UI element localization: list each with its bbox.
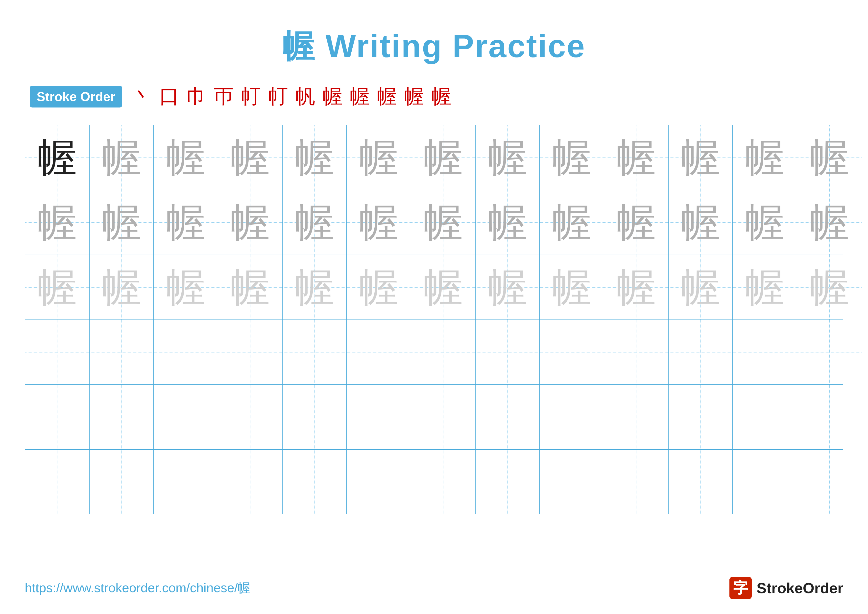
cell-3-2[interactable]: 幄	[90, 255, 154, 320]
footer-url: https://www.strokeorder.com/chinese/幄	[25, 579, 251, 597]
cell-2-13[interactable]: 幄	[797, 190, 862, 255]
grid-row-3: 幄 幄 幄 幄 幄 幄 幄 幄 幄 幄 幄 幄 幄	[25, 255, 843, 320]
cell-1-2[interactable]: 幄	[90, 125, 154, 190]
stroke-sequence: 丶 口 巾 帀 帄 帄 帆 幄 幄 幄 幄 幄	[132, 83, 451, 110]
cell-1-5[interactable]: 幄	[282, 125, 347, 190]
cell-6-9[interactable]	[540, 450, 604, 514]
cell-4-13[interactable]	[797, 320, 862, 384]
page-title: 幄 Writing Practice	[282, 25, 586, 68]
cell-2-6[interactable]: 幄	[347, 190, 411, 255]
cell-1-11[interactable]: 幄	[668, 125, 733, 190]
cell-6-8[interactable]	[476, 450, 540, 514]
cell-2-3[interactable]: 幄	[154, 190, 218, 255]
cell-4-4[interactable]	[218, 320, 282, 384]
cell-5-3[interactable]	[154, 385, 218, 449]
cell-2-8[interactable]: 幄	[476, 190, 540, 255]
cell-6-12[interactable]	[733, 450, 797, 514]
cell-4-8[interactable]	[476, 320, 540, 384]
cell-4-9[interactable]	[540, 320, 604, 384]
cell-2-9[interactable]: 幄	[540, 190, 604, 255]
cell-4-3[interactable]	[154, 320, 218, 384]
cell-6-5[interactable]	[282, 450, 347, 514]
cell-6-1[interactable]	[25, 450, 90, 514]
cell-3-8[interactable]: 幄	[476, 255, 540, 320]
cell-1-7[interactable]: 幄	[411, 125, 476, 190]
cell-1-8[interactable]: 幄	[476, 125, 540, 190]
stroke-7: 帆	[295, 83, 315, 110]
cell-6-2[interactable]	[90, 450, 154, 514]
footer: https://www.strokeorder.com/chinese/幄 字 …	[25, 577, 843, 599]
cell-3-13[interactable]: 幄	[797, 255, 862, 320]
cell-5-2[interactable]	[90, 385, 154, 449]
cell-6-10[interactable]	[604, 450, 668, 514]
cell-4-1[interactable]	[25, 320, 90, 384]
cell-2-7[interactable]: 幄	[411, 190, 476, 255]
cell-2-10[interactable]: 幄	[604, 190, 668, 255]
page: 幄 Writing Practice Stroke Order 丶 口 巾 帀 …	[0, 0, 868, 614]
cell-6-7[interactable]	[411, 450, 476, 514]
cell-2-5[interactable]: 幄	[282, 190, 347, 255]
cell-3-11[interactable]: 幄	[668, 255, 733, 320]
cell-3-3[interactable]: 幄	[154, 255, 218, 320]
cell-1-6[interactable]: 幄	[347, 125, 411, 190]
cell-6-3[interactable]	[154, 450, 218, 514]
cell-6-6[interactable]	[347, 450, 411, 514]
stroke-8: 幄	[322, 83, 343, 110]
cell-3-1[interactable]: 幄	[25, 255, 90, 320]
footer-logo: 字 StrokeOrder	[729, 577, 843, 599]
cell-1-9[interactable]: 幄	[540, 125, 604, 190]
cell-3-12[interactable]: 幄	[733, 255, 797, 320]
grid-row-6	[25, 450, 843, 514]
cell-4-12[interactable]	[733, 320, 797, 384]
grid-row-4	[25, 320, 843, 385]
cell-1-1[interactable]: 幄	[25, 125, 90, 190]
cell-5-13[interactable]	[797, 385, 862, 449]
cell-3-7[interactable]: 幄	[411, 255, 476, 320]
cell-1-10[interactable]: 幄	[604, 125, 668, 190]
cell-2-11[interactable]: 幄	[668, 190, 733, 255]
cell-1-4[interactable]: 幄	[218, 125, 282, 190]
cell-5-1[interactable]	[25, 385, 90, 449]
cell-5-12[interactable]	[733, 385, 797, 449]
cell-4-6[interactable]	[347, 320, 411, 384]
cell-3-4[interactable]: 幄	[218, 255, 282, 320]
cell-6-4[interactable]	[218, 450, 282, 514]
grid-row-1: 幄 幄 幄 幄 幄 幄 幄 幄 幄 幄 幄 幄 幄	[25, 125, 843, 190]
stroke-3: 巾	[186, 83, 206, 110]
cell-5-10[interactable]	[604, 385, 668, 449]
stroke-order-row: Stroke Order 丶 口 巾 帀 帄 帄 帆 幄 幄 幄 幄 幄	[25, 83, 843, 110]
cell-2-4[interactable]: 幄	[218, 190, 282, 255]
cell-2-2[interactable]: 幄	[90, 190, 154, 255]
cell-4-11[interactable]	[668, 320, 733, 384]
cell-4-7[interactable]	[411, 320, 476, 384]
logo-icon: 字	[729, 577, 752, 599]
cell-4-5[interactable]	[282, 320, 347, 384]
cell-6-13[interactable]	[797, 450, 862, 514]
stroke-2: 口	[160, 83, 179, 110]
cell-5-5[interactable]	[282, 385, 347, 449]
cell-5-9[interactable]	[540, 385, 604, 449]
stroke-order-badge: Stroke Order	[30, 86, 122, 107]
cell-3-10[interactable]: 幄	[604, 255, 668, 320]
cell-5-4[interactable]	[218, 385, 282, 449]
cell-1-13[interactable]: 幄	[797, 125, 862, 190]
cell-3-5[interactable]: 幄	[282, 255, 347, 320]
cell-5-7[interactable]	[411, 385, 476, 449]
cell-5-11[interactable]	[668, 385, 733, 449]
logo-name: StrokeOrder	[756, 580, 843, 597]
cell-4-2[interactable]	[90, 320, 154, 384]
cell-3-6[interactable]: 幄	[347, 255, 411, 320]
cell-1-3[interactable]: 幄	[154, 125, 218, 190]
cell-1-12[interactable]: 幄	[733, 125, 797, 190]
cell-6-11[interactable]	[668, 450, 733, 514]
cell-4-10[interactable]	[604, 320, 668, 384]
stroke-12: 幄	[431, 83, 451, 110]
cell-3-9[interactable]: 幄	[540, 255, 604, 320]
cell-2-1[interactable]: 幄	[25, 190, 90, 255]
practice-grid: 幄 幄 幄 幄 幄 幄 幄 幄 幄 幄 幄 幄 幄 幄 幄 幄 幄 幄 幄 幄 …	[25, 125, 843, 594]
grid-row-2: 幄 幄 幄 幄 幄 幄 幄 幄 幄 幄 幄 幄 幄	[25, 190, 843, 255]
cell-5-8[interactable]	[476, 385, 540, 449]
cell-2-12[interactable]: 幄	[733, 190, 797, 255]
char-dark: 幄	[37, 138, 77, 177]
cell-5-6[interactable]	[347, 385, 411, 449]
